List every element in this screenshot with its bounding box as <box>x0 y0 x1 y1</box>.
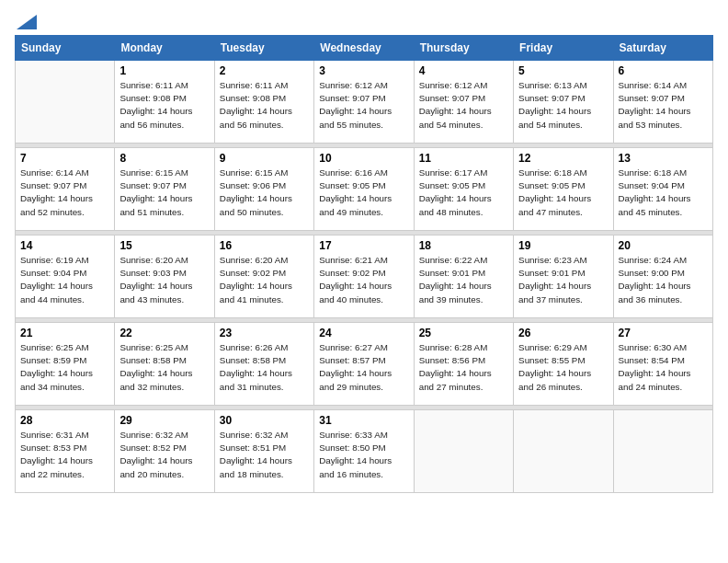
day-number: 10 <box>319 152 408 165</box>
calendar-cell: 5Sunrise: 6:13 AM Sunset: 9:07 PM Daylig… <box>514 61 613 144</box>
day-number: 1 <box>119 64 209 77</box>
logo-icon <box>17 15 37 29</box>
day-info: Sunrise: 6:14 AM Sunset: 9:07 PM Dayligh… <box>20 167 109 219</box>
day-info: Sunrise: 6:31 AM Sunset: 8:53 PM Dayligh… <box>20 429 109 481</box>
calendar-cell: 27Sunrise: 6:30 AM Sunset: 8:54 PM Dayli… <box>613 323 712 406</box>
day-info: Sunrise: 6:32 AM Sunset: 8:51 PM Dayligh… <box>220 429 309 481</box>
day-info: Sunrise: 6:21 AM Sunset: 9:02 PM Dayligh… <box>319 254 408 306</box>
day-info: Sunrise: 6:33 AM Sunset: 8:50 PM Dayligh… <box>319 429 408 481</box>
day-info: Sunrise: 6:28 AM Sunset: 8:56 PM Dayligh… <box>419 341 508 394</box>
day-info: Sunrise: 6:15 AM Sunset: 9:07 PM Dayligh… <box>119 167 209 219</box>
day-number: 18 <box>419 239 508 252</box>
calendar-cell: 18Sunrise: 6:22 AM Sunset: 9:01 PM Dayli… <box>414 236 513 318</box>
day-header: Monday <box>115 36 214 61</box>
calendar-cell: 16Sunrise: 6:20 AM Sunset: 9:02 PM Dayli… <box>214 236 313 318</box>
day-number: 31 <box>319 414 408 427</box>
day-info: Sunrise: 6:11 AM Sunset: 9:08 PM Dayligh… <box>220 79 309 132</box>
day-info: Sunrise: 6:13 AM Sunset: 9:07 PM Dayligh… <box>518 79 608 132</box>
day-number: 27 <box>619 327 708 339</box>
calendar-cell: 15Sunrise: 6:20 AM Sunset: 9:03 PM Dayli… <box>115 236 214 318</box>
calendar-cell: 28Sunrise: 6:31 AM Sunset: 8:53 PM Dayli… <box>16 410 115 493</box>
day-number: 22 <box>119 327 209 339</box>
day-info: Sunrise: 6:20 AM Sunset: 9:03 PM Dayligh… <box>119 254 209 306</box>
day-number: 2 <box>220 64 309 77</box>
logo <box>15 15 37 28</box>
calendar-cell: 17Sunrise: 6:21 AM Sunset: 9:02 PM Dayli… <box>314 236 414 318</box>
day-info: Sunrise: 6:16 AM Sunset: 9:05 PM Dayligh… <box>319 167 408 219</box>
page-header <box>15 15 713 28</box>
day-number: 4 <box>419 64 508 77</box>
calendar-cell <box>514 410 613 493</box>
calendar-cell: 23Sunrise: 6:26 AM Sunset: 8:58 PM Dayli… <box>214 323 313 406</box>
calendar-cell: 25Sunrise: 6:28 AM Sunset: 8:56 PM Dayli… <box>414 323 513 406</box>
day-number: 26 <box>518 327 608 339</box>
calendar-cell: 8Sunrise: 6:15 AM Sunset: 9:07 PM Daylig… <box>115 148 214 231</box>
day-number: 8 <box>119 152 209 165</box>
day-number: 30 <box>220 414 309 427</box>
day-number: 7 <box>20 152 109 165</box>
calendar-cell: 20Sunrise: 6:24 AM Sunset: 9:00 PM Dayli… <box>613 236 712 318</box>
calendar-cell: 26Sunrise: 6:29 AM Sunset: 8:55 PM Dayli… <box>514 323 613 406</box>
day-number: 17 <box>319 239 408 252</box>
day-info: Sunrise: 6:20 AM Sunset: 9:02 PM Dayligh… <box>220 254 309 306</box>
day-number: 20 <box>619 239 708 252</box>
day-info: Sunrise: 6:19 AM Sunset: 9:04 PM Dayligh… <box>20 254 109 306</box>
day-number: 15 <box>119 239 209 252</box>
calendar-cell: 2Sunrise: 6:11 AM Sunset: 9:08 PM Daylig… <box>214 61 313 144</box>
day-header: Thursday <box>414 36 513 61</box>
calendar-cell: 19Sunrise: 6:23 AM Sunset: 9:01 PM Dayli… <box>514 236 613 318</box>
day-header: Sunday <box>16 36 115 61</box>
calendar-cell: 21Sunrise: 6:25 AM Sunset: 8:59 PM Dayli… <box>16 323 115 406</box>
calendar-cell: 12Sunrise: 6:18 AM Sunset: 9:05 PM Dayli… <box>514 148 613 231</box>
calendar-cell: 11Sunrise: 6:17 AM Sunset: 9:05 PM Dayli… <box>414 148 513 231</box>
calendar-cell <box>16 61 115 144</box>
day-info: Sunrise: 6:22 AM Sunset: 9:01 PM Dayligh… <box>419 254 508 306</box>
calendar-cell: 3Sunrise: 6:12 AM Sunset: 9:07 PM Daylig… <box>314 61 414 144</box>
calendar-cell: 7Sunrise: 6:14 AM Sunset: 9:07 PM Daylig… <box>16 148 115 231</box>
calendar-cell: 6Sunrise: 6:14 AM Sunset: 9:07 PM Daylig… <box>613 61 712 144</box>
day-number: 13 <box>619 152 708 165</box>
calendar-cell: 30Sunrise: 6:32 AM Sunset: 8:51 PM Dayli… <box>214 410 313 493</box>
day-info: Sunrise: 6:12 AM Sunset: 9:07 PM Dayligh… <box>419 79 508 132</box>
day-info: Sunrise: 6:27 AM Sunset: 8:57 PM Dayligh… <box>319 341 408 394</box>
calendar-cell: 24Sunrise: 6:27 AM Sunset: 8:57 PM Dayli… <box>314 323 414 406</box>
day-info: Sunrise: 6:25 AM Sunset: 8:59 PM Dayligh… <box>20 341 109 394</box>
day-info: Sunrise: 6:23 AM Sunset: 9:01 PM Dayligh… <box>518 254 608 306</box>
calendar-cell: 9Sunrise: 6:15 AM Sunset: 9:06 PM Daylig… <box>214 148 313 231</box>
day-info: Sunrise: 6:17 AM Sunset: 9:05 PM Dayligh… <box>419 167 508 219</box>
calendar-cell: 29Sunrise: 6:32 AM Sunset: 8:52 PM Dayli… <box>115 410 214 493</box>
day-info: Sunrise: 6:30 AM Sunset: 8:54 PM Dayligh… <box>619 341 708 394</box>
day-header: Friday <box>514 36 613 61</box>
day-number: 29 <box>119 414 209 427</box>
calendar-cell: 10Sunrise: 6:16 AM Sunset: 9:05 PM Dayli… <box>314 148 414 231</box>
calendar-cell: 31Sunrise: 6:33 AM Sunset: 8:50 PM Dayli… <box>314 410 414 493</box>
day-number: 3 <box>319 64 408 77</box>
day-header: Saturday <box>613 36 712 61</box>
day-info: Sunrise: 6:32 AM Sunset: 8:52 PM Dayligh… <box>119 429 209 481</box>
day-number: 24 <box>319 327 408 339</box>
day-number: 21 <box>20 327 109 339</box>
day-info: Sunrise: 6:24 AM Sunset: 9:00 PM Dayligh… <box>619 254 708 306</box>
calendar-table: SundayMondayTuesdayWednesdayThursdayFrid… <box>15 35 713 493</box>
calendar-cell: 13Sunrise: 6:18 AM Sunset: 9:04 PM Dayli… <box>613 148 712 231</box>
calendar-cell: 4Sunrise: 6:12 AM Sunset: 9:07 PM Daylig… <box>414 61 513 144</box>
calendar-cell <box>613 410 712 493</box>
day-number: 6 <box>619 64 708 77</box>
day-info: Sunrise: 6:12 AM Sunset: 9:07 PM Dayligh… <box>319 79 408 132</box>
day-info: Sunrise: 6:14 AM Sunset: 9:07 PM Dayligh… <box>619 79 708 132</box>
day-number: 23 <box>220 327 309 339</box>
day-info: Sunrise: 6:11 AM Sunset: 9:08 PM Dayligh… <box>119 79 209 132</box>
day-info: Sunrise: 6:25 AM Sunset: 8:58 PM Dayligh… <box>119 341 209 394</box>
calendar-cell: 1Sunrise: 6:11 AM Sunset: 9:08 PM Daylig… <box>115 61 214 144</box>
day-header: Wednesday <box>314 36 414 61</box>
svg-marker-0 <box>17 15 37 29</box>
calendar-cell <box>414 410 513 493</box>
day-number: 5 <box>518 64 608 77</box>
day-info: Sunrise: 6:18 AM Sunset: 9:05 PM Dayligh… <box>518 167 608 219</box>
day-number: 16 <box>220 239 309 252</box>
day-number: 28 <box>20 414 109 427</box>
day-header: Tuesday <box>214 36 313 61</box>
day-info: Sunrise: 6:18 AM Sunset: 9:04 PM Dayligh… <box>619 167 708 219</box>
day-number: 9 <box>220 152 309 165</box>
day-info: Sunrise: 6:29 AM Sunset: 8:55 PM Dayligh… <box>518 341 608 394</box>
